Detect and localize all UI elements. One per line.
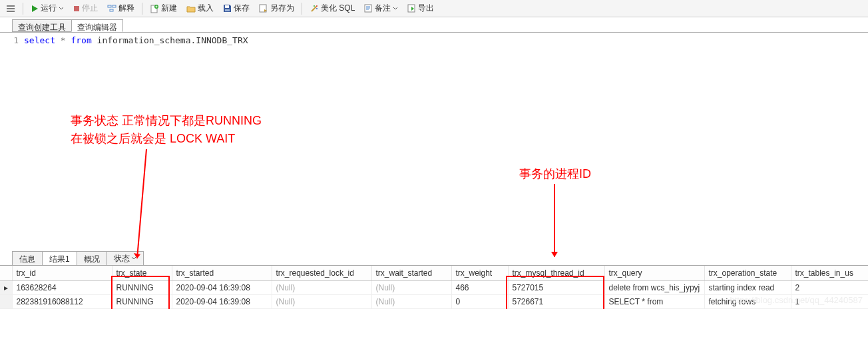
- main-toolbar: 运行 停止 解释 新建 载入 保存 另存为 美化 SQL 备注 导出: [0, 0, 868, 17]
- row-handle-header: [0, 266, 12, 281]
- note-button[interactable]: 备注: [361, 1, 401, 15]
- table-name: information_schema.INNODB_TRX: [97, 35, 248, 45]
- new-button[interactable]: 新建: [146, 1, 180, 15]
- tab-status-label: 状态: [114, 253, 130, 264]
- tab-query-builder[interactable]: 查询创建工具: [12, 19, 72, 32]
- explain-icon: [107, 5, 116, 13]
- save-as-label: 另存为: [270, 3, 294, 14]
- export-icon: [407, 4, 416, 13]
- explain-label: 解释: [118, 3, 134, 14]
- col-trx-started[interactable]: trx_started: [172, 266, 272, 281]
- svg-rect-0: [74, 6, 79, 11]
- chevron-down-icon: [59, 6, 64, 11]
- keyword-select: select: [24, 35, 55, 45]
- svg-rect-3: [110, 9, 113, 11]
- col-trx-weight[interactable]: trx_weight: [451, 266, 508, 281]
- load-button[interactable]: 载入: [183, 1, 217, 15]
- cell-trx-state[interactable]: RUNNING: [112, 281, 172, 295]
- beautify-button[interactable]: 美化 SQL: [306, 1, 358, 15]
- cell-trx-state[interactable]: RUNNING: [112, 295, 172, 309]
- run-button[interactable]: 运行: [27, 1, 67, 15]
- export-label: 导出: [418, 3, 434, 14]
- new-label: 新建: [161, 3, 177, 14]
- cell-trx-mysql-thread-id[interactable]: 5726671: [508, 295, 604, 309]
- col-trx-query[interactable]: trx_query: [604, 266, 704, 281]
- grid-header-row: trx_id trx_state trx_started trx_request…: [0, 266, 868, 281]
- note-icon: [364, 4, 373, 13]
- svg-rect-6: [225, 5, 229, 8]
- note-label: 备注: [375, 3, 391, 14]
- svg-point-10: [314, 5, 315, 7]
- annotation-thread-id: 事务的进程ID: [519, 165, 591, 183]
- annotation-trx-state: 事务状态 正常情况下都是RUNNING 在被锁之后就会是 LOCK WAIT: [71, 112, 262, 148]
- col-trx-requested-lock-id[interactable]: trx_requested_lock_id: [272, 266, 371, 281]
- cell-trx-wait-started[interactable]: (Null): [371, 281, 451, 295]
- cell-trx-tables-in-use[interactable]: 2: [791, 281, 868, 295]
- col-trx-wait-started[interactable]: trx_wait_started: [371, 266, 451, 281]
- svg-point-9: [316, 5, 318, 7]
- svg-point-11: [316, 8, 318, 9]
- query-tabs: 查询创建工具 查询编辑器: [0, 17, 868, 33]
- run-label: 运行: [41, 3, 57, 14]
- col-trx-id[interactable]: trx_id: [12, 266, 112, 281]
- table-row[interactable]: ▸ 163628264 RUNNING 2020-09-04 16:39:08 …: [0, 281, 868, 295]
- tab-result1[interactable]: 结果1: [42, 251, 77, 265]
- save-label: 保存: [234, 3, 250, 14]
- tab-status[interactable]: 状态: [107, 251, 144, 265]
- folder-open-icon: [186, 5, 196, 13]
- result-tabs: 信息 结果1 概况 状态: [0, 251, 868, 266]
- new-icon: [150, 4, 159, 13]
- tab-profile[interactable]: 概况: [77, 251, 107, 265]
- explain-button[interactable]: 解释: [104, 1, 138, 15]
- load-label: 载入: [198, 3, 214, 14]
- cell-trx-weight[interactable]: 466: [451, 281, 508, 295]
- save-button[interactable]: 保存: [220, 1, 253, 15]
- line-gutter: 1: [0, 35, 24, 248]
- save-icon: [223, 4, 232, 13]
- save-as-icon: [259, 4, 268, 13]
- hamburger-menu[interactable]: [3, 3, 19, 15]
- star: *: [61, 35, 66, 45]
- cell-trx-id[interactable]: 282381916088112: [12, 295, 112, 309]
- stop-button[interactable]: 停止: [70, 1, 101, 15]
- row-indicator: [0, 295, 12, 309]
- cell-trx-requested-lock-id[interactable]: (Null): [272, 295, 371, 309]
- svg-rect-7: [225, 9, 230, 11]
- wand-icon: [310, 4, 319, 13]
- cell-trx-mysql-thread-id[interactable]: 5727015: [508, 281, 604, 295]
- cell-trx-query[interactable]: SELECT * from: [604, 295, 704, 309]
- cell-trx-started[interactable]: 2020-09-04 16:39:08: [172, 281, 272, 295]
- tab-info[interactable]: 信息: [12, 251, 43, 265]
- separator: [142, 3, 142, 15]
- line-number: 1: [0, 35, 19, 45]
- export-button[interactable]: 导出: [404, 1, 437, 15]
- separator: [23, 3, 23, 15]
- stop-icon: [73, 5, 80, 12]
- cell-trx-wait-started[interactable]: (Null): [371, 295, 451, 309]
- row-indicator: ▸: [0, 281, 12, 295]
- chevron-down-icon: [131, 256, 136, 261]
- cell-trx-operation-state[interactable]: starting index read: [704, 281, 791, 295]
- svg-rect-2: [112, 5, 116, 7]
- annotation-line1: 事务状态 正常情况下都是RUNNING: [71, 112, 262, 130]
- cell-trx-weight[interactable]: 0: [451, 295, 508, 309]
- annotation-line2: 在被锁之后就会是 LOCK WAIT: [71, 130, 262, 148]
- cell-trx-requested-lock-id[interactable]: (Null): [272, 281, 371, 295]
- cell-trx-started[interactable]: 2020-09-04 16:39:08: [172, 295, 272, 309]
- watermark: https://blog.csdn.net/qq_44240587: [730, 295, 863, 305]
- cell-trx-id[interactable]: 163628264: [12, 281, 112, 295]
- col-trx-mysql-thread-id[interactable]: trx_mysql_thread_id: [508, 266, 604, 281]
- play-icon: [31, 5, 39, 13]
- cell-trx-query[interactable]: delete from wcs_his_jypyj: [604, 281, 704, 295]
- svg-rect-1: [108, 5, 111, 7]
- col-trx-state[interactable]: trx_state: [112, 266, 172, 281]
- separator: [302, 3, 302, 15]
- stop-label: 停止: [82, 3, 98, 14]
- chevron-down-icon: [393, 6, 398, 11]
- col-trx-operation-state[interactable]: trx_operation_state: [704, 266, 791, 281]
- col-trx-tables-in-use[interactable]: trx_tables_in_us: [791, 266, 868, 281]
- tab-query-editor[interactable]: 查询编辑器: [71, 19, 123, 32]
- save-as-button[interactable]: 另存为: [256, 1, 298, 15]
- beautify-label: 美化 SQL: [321, 3, 355, 14]
- menu-icon: [6, 4, 15, 13]
